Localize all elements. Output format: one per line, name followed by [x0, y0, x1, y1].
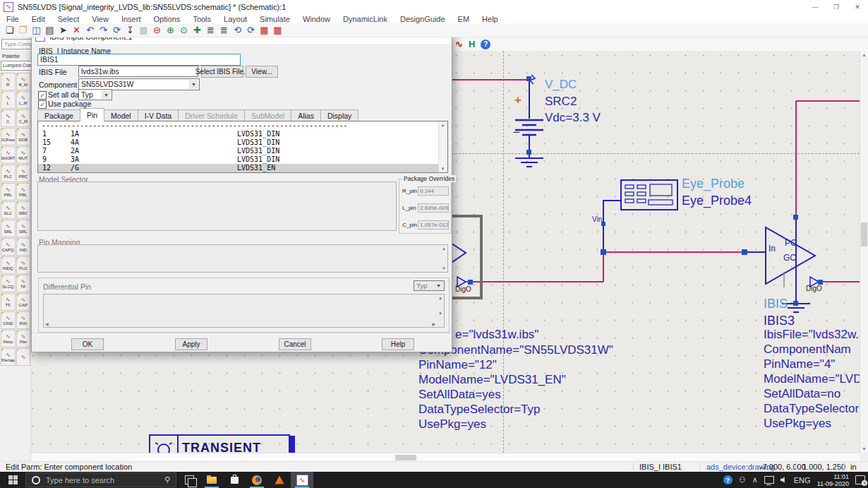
minimize-button[interactable]: —	[804, 0, 826, 14]
palette-component-button[interactable]: ∿ SRL	[16, 220, 31, 237]
help-icon[interactable]: ?	[481, 40, 490, 49]
start-button[interactable]	[0, 472, 25, 488]
palette-component-button[interactable]: ∿ PRL	[16, 183, 31, 201]
type-component-input[interactable]: Type Comp	[1, 39, 33, 49]
use-package-checkbox[interactable]: ✓	[38, 100, 47, 109]
dialog-tab[interactable]: Model	[104, 109, 138, 121]
palette-component-button[interactable]: ∿ DCFeed	[1, 128, 16, 145]
microphone-icon[interactable]: ⚲	[164, 475, 170, 484]
select-pointer-icon[interactable]: ➤	[56, 24, 70, 36]
maximize-button[interactable]: ❐	[826, 0, 847, 14]
palette-component-button[interactable]: ∿ Xfertap	[1, 348, 16, 366]
pin-table-row[interactable]: 15 4A LVDS31_DIN	[38, 138, 447, 147]
pin-list-scrollbar[interactable]: ▲ ▼	[438, 121, 447, 172]
differential-pin-list[interactable]: ▲ ▼ ◀ ▶	[43, 294, 445, 328]
simulate-icon[interactable]: ▦	[258, 24, 271, 36]
dialog-tab[interactable]: Driver Schedule	[178, 109, 245, 121]
palette-component-button[interactable]: ∿ PLC	[16, 256, 31, 274]
pin-table-row[interactable]: 9 3A LVDS31_DIN	[38, 155, 447, 164]
menu-item[interactable]: Layout	[217, 15, 253, 23]
ibis3-type-label[interactable]: IBIS	[764, 297, 788, 311]
rotate-cw-icon[interactable]: ⟳	[244, 24, 258, 36]
differential-type-dropdown[interactable]: Typ▼	[414, 280, 445, 291]
vertical-scroll-thumb[interactable]	[861, 222, 867, 246]
horizontal-scroll-thumb[interactable]	[395, 455, 416, 460]
dialog-tab[interactable]: Package	[37, 109, 80, 121]
scroll-up-icon[interactable]: ▲	[860, 52, 868, 57]
palette-component-button[interactable]: ∿	[16, 348, 31, 366]
clock[interactable]: 11:0111-09-2020	[817, 473, 849, 487]
palette-component-button[interactable]: ∿ PRC	[16, 165, 31, 182]
menu-item[interactable]: DynamicLink	[337, 15, 394, 23]
palette-component-button[interactable]: ∿ PLC	[1, 165, 16, 182]
model-selector-list[interactable]	[37, 181, 397, 231]
redo-icon[interactable]: ↷	[97, 24, 110, 36]
pin-mapping-list[interactable]: ▲ ▼	[37, 244, 448, 273]
palette-component-button[interactable]: ∿ SLCQ	[1, 275, 16, 292]
ads-taskbar-button[interactable]: ∿	[291, 472, 313, 488]
c-pin-input[interactable]: 1.057e-012	[418, 220, 449, 230]
palette-component-button[interactable]: ∿ CIND	[1, 311, 16, 329]
palette-component-button[interactable]: ∿ C	[1, 109, 16, 127]
vin-node-label[interactable]: Vin	[592, 215, 602, 223]
schematic-horizontal-scrollbar[interactable]	[31, 453, 860, 461]
r-pin-input[interactable]: 0.144	[418, 186, 449, 196]
palette-component-button[interactable]: ∿ TF	[16, 275, 31, 292]
menu-item[interactable]: Window	[296, 15, 337, 23]
help-tray-icon[interactable]: ?	[723, 475, 733, 484]
palette-component-button[interactable]: ∿ SHORT	[1, 146, 16, 164]
palette-component-button[interactable]: ∿ CAP	[16, 293, 31, 311]
undo-icon[interactable]: ↶	[83, 24, 97, 36]
pin-list[interactable]: ----------------------------------------…	[37, 121, 448, 173]
eye-probe-type-label[interactable]: Eye_Probe	[682, 177, 745, 191]
zoom-in-icon[interactable]: ⊕	[164, 24, 177, 36]
l-pin-input[interactable]: 2.639e-009	[418, 203, 449, 213]
open-design-icon[interactable]: ❐	[16, 24, 30, 36]
rotate-ccw-icon[interactable]: ⟲	[231, 24, 244, 36]
hierarchy-icon[interactable]: H	[469, 39, 475, 49]
vdc-type-label[interactable]: V_DC	[545, 78, 577, 92]
notification-center-icon[interactable]: 3	[855, 475, 865, 484]
taskbar-search-input[interactable]: Type here to search ⚲	[25, 472, 176, 487]
palette-component-button[interactable]: ∿ RIN	[16, 311, 31, 329]
firefox-button[interactable]	[246, 472, 268, 488]
task-view-button[interactable]	[178, 472, 200, 488]
dialog-tab[interactable]: Pin	[80, 108, 104, 121]
microsoft-store-button[interactable]	[223, 472, 246, 488]
palette-component-button[interactable]: ∿ CAPQ	[1, 238, 16, 256]
dialog-tab[interactable]: SubModel	[244, 109, 291, 121]
delete-icon[interactable]: ✕	[70, 24, 83, 36]
palette-component-button[interactable]: ∿ PRL	[1, 183, 16, 201]
hidden-icons-chevron[interactable]: ∧	[752, 475, 758, 484]
menu-item[interactable]: Select	[52, 15, 86, 23]
palette-component-button[interactable]: ∿ Xferp	[1, 330, 16, 347]
dialog-tab[interactable]: I-V Data	[138, 109, 179, 121]
menu-item[interactable]: Simulate	[253, 15, 296, 23]
file-explorer-button[interactable]	[200, 472, 223, 488]
set-all-data-checkbox[interactable]: ✓	[38, 91, 47, 100]
select-ibis-file-button[interactable]: Select IBIS File...	[201, 66, 243, 78]
pin-table-row[interactable]: 1 1A LVDS31_DIN	[38, 130, 447, 138]
dialog-tab[interactable]: Alias	[291, 109, 321, 121]
scroll-up-icon[interactable]: ▲	[438, 296, 442, 300]
palette-component-button[interactable]: ∿ R	[1, 73, 16, 90]
data-display-icon[interactable]: ∿	[455, 39, 463, 49]
pin-table-row[interactable]: 12 /G LVDS31_EN	[38, 164, 447, 172]
palette-component-button[interactable]: ∿ Xfer	[16, 330, 31, 347]
scroll-right-icon[interactable]: ▶	[432, 321, 435, 326]
menu-item[interactable]: Edit	[25, 15, 52, 23]
palette-component-button[interactable]: ∿ SRC	[16, 201, 31, 219]
scroll-down-icon[interactable]: ▼	[439, 167, 447, 171]
vdc-value-label[interactable]: Vdc=3.3 V	[545, 111, 601, 125]
zoom-out-icon[interactable]: ⊖	[150, 24, 164, 36]
network-icon[interactable]	[764, 476, 774, 484]
menu-item[interactable]: DesignGuide	[394, 15, 452, 23]
wire-label-icon[interactable]: ≣	[217, 24, 231, 36]
palette-component-button[interactable]: ∿ R_M	[16, 73, 31, 90]
instance-name-input[interactable]: IBIS1	[37, 54, 241, 66]
menu-item[interactable]: File	[0, 15, 25, 23]
palette-component-button[interactable]: ∿ C_M	[16, 109, 31, 127]
scroll-down-icon[interactable]: ▼	[442, 266, 446, 270]
palette-component-button[interactable]: ∿ SRL	[1, 220, 16, 237]
zoom-full-icon[interactable]: ⊙	[177, 24, 191, 36]
